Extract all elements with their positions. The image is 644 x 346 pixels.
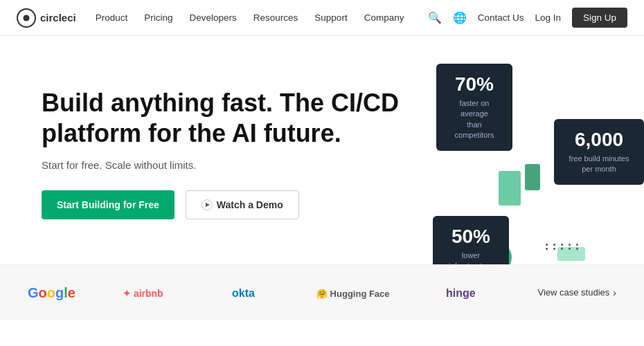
play-icon: [202, 199, 213, 210]
stat-70-desc2: than competitors: [455, 120, 494, 139]
accent-block-2: [525, 164, 540, 190]
arrow-right-icon: ›: [613, 287, 616, 298]
hero-title: Build anything fast. The CI/CD platform …: [42, 88, 399, 147]
logo-huggingface: 🤗 Hugging Face: [316, 285, 400, 300]
dot: [553, 244, 555, 246]
signup-button[interactable]: Sign Up: [572, 8, 627, 28]
dot: [546, 244, 548, 246]
stat-70-desc1: faster on average: [460, 99, 490, 118]
start-building-button[interactable]: Start Building for Free: [42, 190, 175, 219]
dot: [569, 248, 571, 250]
dot: [561, 248, 563, 250]
stat-6000-desc2: per month: [582, 165, 616, 173]
hero-content: Build anything fast. The CI/CD platform …: [42, 88, 399, 219]
navbar-right: 🔍 🌐 Contact Us Log In Sign Up: [428, 8, 627, 28]
view-case-studies-link[interactable]: View case studies ›: [537, 287, 616, 298]
svg-text:hinge: hinge: [446, 287, 476, 299]
logo-hinge: hinge: [446, 285, 491, 300]
stat-6000-desc: free build minutes per month: [566, 154, 632, 175]
nav-item-support[interactable]: Support: [314, 12, 347, 23]
hero-subtitle: Start for free. Scale without limits.: [42, 159, 399, 171]
dots-grid: [546, 244, 582, 250]
nav-item-developers[interactable]: Developers: [190, 12, 237, 23]
logo-text: circleci: [40, 12, 76, 24]
stat-card-70: 70% faster on average than competitors: [436, 64, 512, 151]
logo-airbnb: ✦ airbnb: [123, 285, 185, 300]
nav-item-company[interactable]: Company: [364, 12, 404, 23]
contact-link[interactable]: Contact Us: [478, 12, 524, 23]
logo-google: Google: [28, 285, 76, 300]
stat-50-desc: lower infrastructure cost (Forrester): [445, 251, 497, 264]
dot: [546, 248, 548, 250]
nav-item-pricing[interactable]: Pricing: [144, 12, 172, 23]
dot: [576, 248, 578, 250]
navbar-left: circleci Product Pricing Developers Reso…: [17, 8, 404, 28]
search-icon: 🔍: [428, 12, 442, 24]
stat-card-6000: 6,000 free build minutes per month: [554, 119, 644, 185]
logo[interactable]: circleci: [17, 8, 76, 28]
logo-icon: [17, 8, 36, 28]
globe-button[interactable]: 🌐: [453, 11, 467, 24]
logo-okta: okta: [232, 285, 270, 300]
stat-card-50: 50% lower infrastructure cost (Forrester…: [433, 216, 509, 264]
svg-text:✦ airbnb: ✦ airbnb: [123, 288, 163, 299]
hero-buttons: Start Building for Free Watch a Demo: [42, 190, 399, 219]
watch-demo-label: Watch a Demo: [217, 199, 283, 210]
stat-50-desc1: lower infrastructure: [449, 251, 493, 264]
hero-visual: 70% faster on average than competitors 6…: [429, 64, 644, 264]
login-link[interactable]: Log In: [535, 12, 561, 23]
search-button[interactable]: 🔍: [428, 11, 442, 24]
hero-title-line2: platform for the AI future.: [42, 119, 341, 147]
svg-marker-1: [206, 203, 210, 207]
view-cases-label: View case studies: [537, 287, 609, 298]
google-logo-icon: Google: [28, 285, 76, 300]
svg-text:🤗 Hugging Face: 🤗 Hugging Face: [316, 288, 390, 300]
watch-demo-button[interactable]: Watch a Demo: [186, 190, 299, 219]
hero-section: Build anything fast. The CI/CD platform …: [0, 36, 644, 264]
dot: [576, 244, 578, 246]
stat-70-number: 70%: [449, 73, 500, 95]
nav-item-product[interactable]: Product: [96, 12, 128, 23]
accent-block-1: [499, 171, 521, 206]
stat-6000-number: 6,000: [566, 129, 632, 151]
stat-6000-desc1: free build minutes: [569, 154, 629, 163]
logos-bar: Google ✦ airbnb okta 🤗 Hugging Face hing…: [0, 264, 644, 320]
huggingface-logo-icon: 🤗 Hugging Face: [316, 285, 400, 300]
airbnb-logo-icon: ✦ airbnb: [123, 285, 185, 300]
nav-item-resources[interactable]: Resources: [253, 12, 298, 23]
dot: [553, 248, 555, 250]
stat-70-desc: faster on average than competitors: [449, 98, 500, 141]
globe-icon: 🌐: [453, 12, 467, 24]
svg-text:okta: okta: [232, 287, 255, 299]
okta-logo-icon: okta: [232, 285, 270, 300]
hinge-logo-icon: hinge: [446, 285, 491, 300]
dot: [561, 244, 563, 246]
svg-text:Google: Google: [28, 285, 75, 300]
navbar: circleci Product Pricing Developers Reso…: [0, 0, 644, 36]
nav-items: Product Pricing Developers Resources Sup…: [96, 12, 404, 23]
hero-title-line1: Build anything fast. The CI/CD: [42, 89, 399, 117]
stat-50-number: 50%: [445, 226, 497, 248]
dot: [569, 244, 571, 246]
